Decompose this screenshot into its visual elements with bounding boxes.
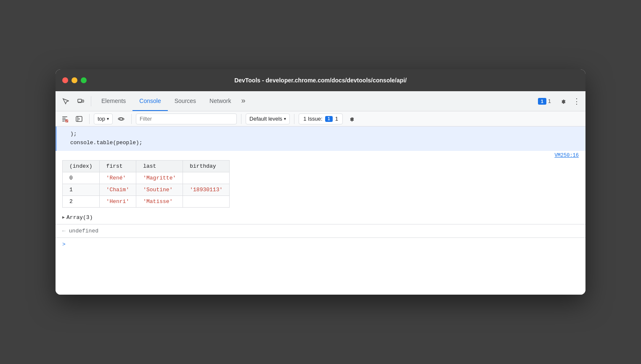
cell-first-1: 'Chaim' [99,184,136,195]
toolbar-right: 1 1 ⋮ [535,95,582,108]
console-toolbar: top ▾ Default levels ▾ 1 Issue: 1 1 [56,111,585,127]
minimize-button[interactable] [72,77,77,83]
col-header-birthday: birthday [183,160,230,172]
tab-console[interactable]: Console [132,91,167,111]
cell-birthday-1: '18930113' [183,184,230,195]
tab-navigation: Elements Console Sources Network » [95,91,533,111]
tab-network[interactable]: Network [203,91,238,111]
svg-marker-11 [79,118,80,120]
live-expressions-button[interactable] [115,113,127,125]
titlebar: DevTools - developer.chrome.com/docs/dev… [56,69,585,91]
table-row: 2 'Henri' 'Matisse' [63,195,230,207]
clear-console-button[interactable] [59,113,71,125]
svg-line-8 [66,120,68,121]
close-button[interactable] [62,77,68,83]
inspect-element-button[interactable] [59,95,72,108]
tab-toolbar: Elements Console Sources Network » 1 1 [56,91,585,111]
svg-rect-4 [62,118,66,119]
cell-first-2: 'Henri' [99,195,136,207]
issues-counter-button[interactable]: 1 Issue: 1 1 [299,113,343,124]
devtools-window: DevTools - developer.chrome.com/docs/dev… [56,69,585,295]
array-expand[interactable]: ▶ Array(3) [56,211,585,224]
tab-more[interactable]: » [238,91,249,111]
more-options-button[interactable]: ⋮ [571,95,582,108]
prompt-symbol: > [62,241,66,248]
svg-rect-6 [62,121,65,121]
console-separator-4 [294,114,294,124]
undefined-text: undefined [69,228,98,234]
cell-index-1: 1 [63,184,100,195]
console-content: ); console.table(people); VM250:16 (inde… [56,127,585,295]
cell-last-2: 'Matisse' [136,195,183,207]
console-prompt[interactable]: > [56,238,585,251]
console-separator-1 [89,114,90,124]
cell-last-0: 'Magritte' [136,172,183,184]
issues-button[interactable]: 1 1 [535,96,554,106]
cell-birthday-0 [183,172,230,184]
device-toolbar-button[interactable] [74,95,87,108]
sidebar-button[interactable] [73,113,85,125]
tab-elements[interactable]: Elements [95,91,132,111]
context-selector[interactable]: top ▾ [94,113,113,124]
cell-index-0: 0 [63,172,100,184]
cell-index-2: 2 [63,195,100,207]
expand-arrow: ▶ [62,215,65,220]
maximize-button[interactable] [81,77,87,83]
array-label: Array(3) [66,214,93,221]
filter-input[interactable] [136,113,237,124]
cell-last-1: 'Soutine' [136,184,183,195]
window-title: DevTools - developer.chrome.com/docs/dev… [234,77,407,84]
source-link[interactable]: VM250:16 [56,151,585,160]
traffic-lights [62,77,87,83]
cell-birthday-2 [183,195,230,207]
table-row: 1 'Chaim' 'Soutine' '18930113' [63,184,230,195]
console-separator-3 [241,114,241,124]
console-settings-button[interactable] [345,113,357,125]
console-code-block: ); console.table(people); [56,127,585,151]
console-table: (index) first last birthday 0 'René' 'Ma… [62,160,230,208]
console-separator-2 [131,114,132,124]
svg-rect-1 [82,100,84,102]
log-levels-button[interactable]: Default levels ▾ [246,113,290,124]
return-arrow: ← [62,228,66,234]
issues-badge: 1 [538,98,546,105]
col-header-index: (index) [63,160,100,172]
cell-first-0: 'René' [99,172,136,184]
col-header-last: last [136,160,183,172]
toolbar-separator [91,96,91,106]
svg-rect-3 [62,116,67,117]
issues-badge-small: 1 [325,116,333,122]
undefined-result: ← undefined [56,224,585,237]
svg-rect-0 [78,99,82,102]
code-line-1: ); [70,130,579,139]
table-row: 0 'René' 'Magritte' [63,172,230,184]
col-header-first: first [99,160,136,172]
tab-sources[interactable]: Sources [168,91,203,111]
settings-button[interactable] [556,95,569,108]
code-line-2: console.table(people); [70,139,579,148]
